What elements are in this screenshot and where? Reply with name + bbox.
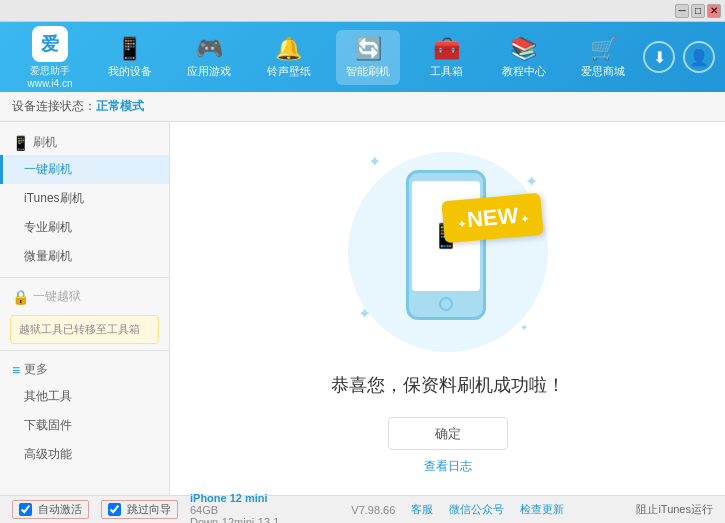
success-illustration: ✦ ✦ ✦ ✦ 📱 NEW	[338, 142, 558, 353]
header: 爱 爱思助手 www.i4.cn 📱 我的设备 🎮 应用游戏 🔔 铃声壁纸 🔄 …	[0, 22, 725, 92]
minimize-button[interactable]: ─	[675, 4, 689, 18]
toolbox-label: 工具箱	[430, 64, 463, 79]
header-actions: ⬇ 👤	[643, 41, 715, 73]
nav-mall[interactable]: 🛒 爱思商城	[571, 30, 635, 85]
sidebar-item-pro-flash[interactable]: 专业刷机	[0, 213, 169, 242]
phone-home-button	[439, 297, 453, 311]
smart-flash-icon: 🔄	[355, 36, 382, 62]
itunes-status: 阻止iTunes运行	[636, 502, 713, 517]
tutorial-icon: 📚	[510, 36, 537, 62]
checkbox-group-auto: 自动激活	[12, 500, 89, 519]
mall-icon: 🛒	[590, 36, 617, 62]
customer-service-link[interactable]: 客服	[411, 502, 433, 517]
device-info: iPhone 12 mini 64GB Down-12mini-13,1	[190, 492, 279, 524]
nav-my-device[interactable]: 📱 我的设备	[98, 30, 162, 85]
nav-toolbox[interactable]: 🧰 工具箱	[416, 30, 476, 85]
more-section-label: 更多	[24, 361, 48, 378]
jailbreak-notice: 越狱工具已转移至工具箱	[10, 315, 159, 344]
toolbox-icon: 🧰	[433, 36, 460, 62]
log-link[interactable]: 查看日志	[424, 458, 472, 475]
wechat-link[interactable]: 微信公众号	[449, 502, 504, 517]
my-device-icon: 📱	[116, 36, 143, 62]
nav-bar: 📱 我的设备 🎮 应用游戏 🔔 铃声壁纸 🔄 智能刷机 🧰 工具箱 📚 教程中心…	[90, 30, 643, 85]
nav-ringtone[interactable]: 🔔 铃声壁纸	[257, 30, 321, 85]
download-button[interactable]: ⬇	[643, 41, 675, 73]
sidebar-item-download-firmware[interactable]: 下载固件	[0, 411, 169, 440]
mall-label: 爱思商城	[581, 64, 625, 79]
device-name: iPhone 12 mini	[190, 492, 279, 504]
divider-2	[0, 350, 169, 351]
confirm-button[interactable]: 确定	[388, 417, 508, 450]
flash-section-icon: 📱	[12, 135, 29, 151]
app-game-label: 应用游戏	[187, 64, 231, 79]
version-text: V7.98.66	[351, 504, 395, 516]
title-bar: ─ □ ✕	[0, 0, 725, 22]
check-update-link[interactable]: 检查更新	[520, 502, 564, 517]
nav-app-game[interactable]: 🎮 应用游戏	[177, 30, 241, 85]
auto-launch-checkbox[interactable]	[19, 503, 32, 516]
content-area: ✦ ✦ ✦ ✦ 📱 NEW 恭喜您，保资料刷机成功啦！ 确定 查看日志	[170, 122, 725, 495]
itunes-status-label: 阻止iTunes运行	[636, 502, 713, 517]
status-prefix: 设备连接状态：	[12, 98, 96, 115]
my-device-label: 我的设备	[108, 64, 152, 79]
tutorial-label: 教程中心	[502, 64, 546, 79]
auto-launch-label: 自动激活	[38, 502, 82, 517]
sidebar-section-jailbreak[interactable]: 🔒 一键越狱	[0, 284, 169, 309]
app-game-icon: 🎮	[196, 36, 223, 62]
nav-smart-flash[interactable]: 🔄 智能刷机	[336, 30, 400, 85]
sidebar-item-other-tools[interactable]: 其他工具	[0, 382, 169, 411]
logo-name: 爱思助手	[30, 64, 70, 78]
ringtone-label: 铃声壁纸	[267, 64, 311, 79]
sidebar-item-itunes-flash[interactable]: iTunes刷机	[0, 184, 169, 213]
sparkle-4: ✦	[520, 322, 528, 333]
sparkle-2: ✦	[525, 172, 538, 191]
user-button[interactable]: 👤	[683, 41, 715, 73]
sparkle-1: ✦	[368, 152, 381, 171]
skip-wizard-checkbox[interactable]	[108, 503, 121, 516]
status-value: 正常模式	[96, 98, 144, 115]
bottom-left: 自动激活 跳过向导 iPhone 12 mini 64GB Down-12min…	[12, 492, 279, 524]
sidebar-section-more[interactable]: ≡ 更多	[0, 357, 169, 382]
jailbreak-section-icon: 🔒	[12, 289, 29, 305]
checkbox-group-wizard: 跳过向导	[101, 500, 178, 519]
device-storage: 64GB	[190, 504, 279, 516]
logo-url: www.i4.cn	[27, 78, 72, 89]
sidebar-item-one-key-flash[interactable]: 一键刷机	[0, 155, 169, 184]
skip-wizard-label: 跳过向导	[127, 502, 171, 517]
logo-icon: 爱	[32, 26, 68, 62]
sidebar-item-micro-flash[interactable]: 微量刷机	[0, 242, 169, 271]
device-model: Down-12mini-13,1	[190, 516, 279, 524]
sparkle-3: ✦	[358, 304, 371, 323]
phone-device: 📱	[406, 170, 486, 320]
sidebar: 📱 刷机 一键刷机 iTunes刷机 专业刷机 微量刷机 🔒 一键越狱 越狱工具…	[0, 122, 170, 495]
logo[interactable]: 爱 爱思助手 www.i4.cn	[10, 26, 90, 89]
smart-flash-label: 智能刷机	[346, 64, 390, 79]
bottom-bar: 自动激活 跳过向导 iPhone 12 mini 64GB Down-12min…	[0, 495, 725, 523]
ringtone-icon: 🔔	[275, 36, 302, 62]
sidebar-section-flash[interactable]: 📱 刷机	[0, 130, 169, 155]
divider-1	[0, 277, 169, 278]
sidebar-item-advanced[interactable]: 高级功能	[0, 440, 169, 469]
maximize-button[interactable]: □	[691, 4, 705, 18]
bottom-right: V7.98.66 客服 微信公众号 检查更新	[351, 502, 564, 517]
flash-section-label: 刷机	[33, 134, 57, 151]
new-badge: NEW	[441, 193, 544, 243]
main-layout: 📱 刷机 一键刷机 iTunes刷机 专业刷机 微量刷机 🔒 一键越狱 越狱工具…	[0, 122, 725, 495]
more-section-icon: ≡	[12, 362, 20, 378]
status-bar: 设备连接状态： 正常模式	[0, 92, 725, 122]
nav-tutorial[interactable]: 📚 教程中心	[492, 30, 556, 85]
close-button[interactable]: ✕	[707, 4, 721, 18]
jailbreak-section-label: 一键越狱	[33, 288, 81, 305]
success-title: 恭喜您，保资料刷机成功啦！	[331, 373, 565, 397]
